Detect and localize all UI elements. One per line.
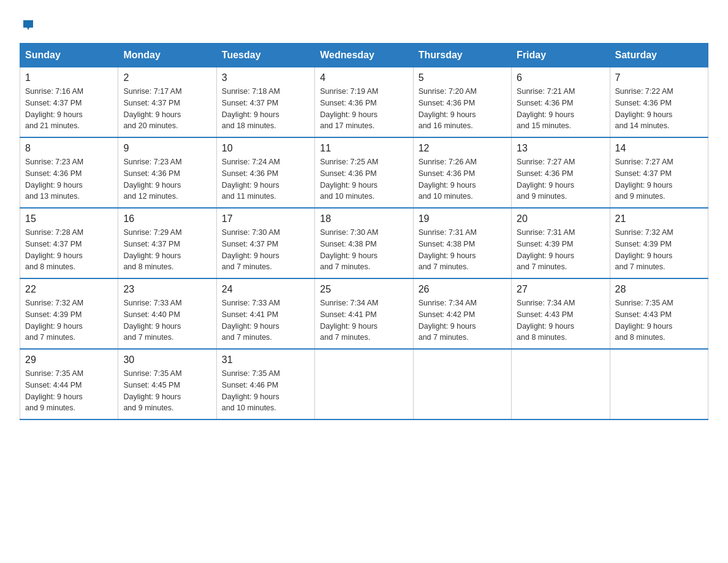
col-friday: Friday	[512, 44, 610, 67]
calendar-cell: 18 Sunrise: 7:30 AM Sunset: 4:38 PM Dayl…	[315, 208, 413, 278]
day-number: 19	[419, 213, 506, 224]
day-number: 11	[320, 143, 408, 154]
day-number: 6	[517, 72, 604, 83]
calendar-cell: 22 Sunrise: 7:32 AM Sunset: 4:39 PM Dayl…	[20, 278, 118, 349]
calendar-cell: 12 Sunrise: 7:26 AM Sunset: 4:36 PM Dayl…	[413, 137, 511, 208]
header-row: Sunday Monday Tuesday Wednesday Thursday…	[20, 44, 708, 67]
day-number: 13	[517, 143, 604, 154]
day-info: Sunrise: 7:22 AM Sunset: 4:36 PM Dayligh…	[615, 86, 703, 132]
day-number: 29	[25, 354, 113, 366]
day-info: Sunrise: 7:16 AM Sunset: 4:37 PM Dayligh…	[25, 86, 113, 132]
calendar-cell: 9 Sunrise: 7:23 AM Sunset: 4:36 PM Dayli…	[118, 137, 216, 208]
calendar-week-row: 22 Sunrise: 7:32 AM Sunset: 4:39 PM Dayl…	[20, 278, 708, 349]
day-info: Sunrise: 7:18 AM Sunset: 4:37 PM Dayligh…	[222, 86, 309, 132]
day-info: Sunrise: 7:34 AM Sunset: 4:43 PM Dayligh…	[517, 297, 604, 343]
day-number: 1	[25, 72, 113, 83]
calendar-cell	[610, 349, 708, 419]
day-info: Sunrise: 7:27 AM Sunset: 4:36 PM Dayligh…	[517, 156, 604, 202]
calendar-cell: 17 Sunrise: 7:30 AM Sunset: 4:37 PM Dayl…	[216, 208, 314, 278]
day-info: Sunrise: 7:23 AM Sunset: 4:36 PM Dayligh…	[25, 156, 113, 202]
day-info: Sunrise: 7:34 AM Sunset: 4:42 PM Dayligh…	[419, 297, 506, 343]
day-number: 10	[222, 143, 309, 154]
calendar-week-row: 15 Sunrise: 7:28 AM Sunset: 4:37 PM Dayl…	[20, 208, 708, 278]
page-header	[20, 15, 708, 33]
day-info: Sunrise: 7:31 AM Sunset: 4:39 PM Dayligh…	[517, 227, 604, 273]
calendar-week-row: 8 Sunrise: 7:23 AM Sunset: 4:36 PM Dayli…	[20, 137, 708, 208]
calendar-cell: 26 Sunrise: 7:34 AM Sunset: 4:42 PM Dayl…	[413, 278, 511, 349]
calendar-cell: 16 Sunrise: 7:29 AM Sunset: 4:37 PM Dayl…	[118, 208, 216, 278]
day-number: 5	[419, 72, 506, 83]
day-info: Sunrise: 7:30 AM Sunset: 4:38 PM Dayligh…	[320, 227, 408, 273]
day-info: Sunrise: 7:28 AM Sunset: 4:37 PM Dayligh…	[25, 227, 113, 273]
svg-marker-0	[23, 20, 33, 30]
day-number: 2	[123, 72, 211, 83]
day-info: Sunrise: 7:31 AM Sunset: 4:38 PM Dayligh…	[419, 227, 506, 273]
col-tuesday: Tuesday	[216, 44, 314, 67]
day-number: 12	[419, 143, 506, 154]
day-number: 16	[123, 213, 211, 224]
calendar-cell: 28 Sunrise: 7:35 AM Sunset: 4:43 PM Dayl…	[610, 278, 708, 349]
day-number: 21	[615, 213, 703, 224]
calendar-cell: 23 Sunrise: 7:33 AM Sunset: 4:40 PM Dayl…	[118, 278, 216, 349]
day-info: Sunrise: 7:35 AM Sunset: 4:46 PM Dayligh…	[222, 368, 309, 414]
calendar-cell: 14 Sunrise: 7:27 AM Sunset: 4:37 PM Dayl…	[610, 137, 708, 208]
day-number: 27	[517, 284, 604, 295]
calendar-week-row: 29 Sunrise: 7:35 AM Sunset: 4:44 PM Dayl…	[20, 349, 708, 419]
day-info: Sunrise: 7:33 AM Sunset: 4:41 PM Dayligh…	[222, 297, 309, 343]
day-number: 20	[517, 213, 604, 224]
day-info: Sunrise: 7:21 AM Sunset: 4:36 PM Dayligh…	[517, 86, 604, 132]
calendar-cell: 21 Sunrise: 7:32 AM Sunset: 4:39 PM Dayl…	[610, 208, 708, 278]
calendar-cell: 20 Sunrise: 7:31 AM Sunset: 4:39 PM Dayl…	[512, 208, 610, 278]
calendar-cell: 3 Sunrise: 7:18 AM Sunset: 4:37 PM Dayli…	[216, 67, 314, 138]
calendar-cell: 15 Sunrise: 7:28 AM Sunset: 4:37 PM Dayl…	[20, 208, 118, 278]
day-number: 15	[25, 213, 113, 224]
day-number: 18	[320, 213, 408, 224]
day-number: 30	[123, 354, 211, 366]
day-info: Sunrise: 7:34 AM Sunset: 4:41 PM Dayligh…	[320, 297, 408, 343]
day-info: Sunrise: 7:35 AM Sunset: 4:43 PM Dayligh…	[615, 297, 703, 343]
calendar-body: 1 Sunrise: 7:16 AM Sunset: 4:37 PM Dayli…	[20, 67, 708, 420]
col-wednesday: Wednesday	[315, 44, 413, 67]
day-info: Sunrise: 7:24 AM Sunset: 4:36 PM Dayligh…	[222, 156, 309, 202]
calendar-cell	[413, 349, 511, 419]
calendar-cell	[315, 349, 413, 419]
day-info: Sunrise: 7:30 AM Sunset: 4:37 PM Dayligh…	[222, 227, 309, 273]
day-number: 14	[615, 143, 703, 154]
logo	[20, 15, 35, 33]
day-info: Sunrise: 7:35 AM Sunset: 4:44 PM Dayligh…	[25, 368, 113, 414]
calendar-cell: 2 Sunrise: 7:17 AM Sunset: 4:37 PM Dayli…	[118, 67, 216, 138]
day-number: 26	[419, 284, 506, 295]
calendar-cell: 31 Sunrise: 7:35 AM Sunset: 4:46 PM Dayl…	[216, 349, 314, 419]
day-number: 28	[615, 284, 703, 295]
day-number: 25	[320, 284, 408, 295]
day-number: 24	[222, 284, 309, 295]
day-number: 31	[222, 354, 309, 366]
calendar-table: Sunday Monday Tuesday Wednesday Thursday…	[20, 43, 708, 420]
calendar-cell: 1 Sunrise: 7:16 AM Sunset: 4:37 PM Dayli…	[20, 67, 118, 138]
day-info: Sunrise: 7:19 AM Sunset: 4:36 PM Dayligh…	[320, 86, 408, 132]
calendar-cell: 5 Sunrise: 7:20 AM Sunset: 4:36 PM Dayli…	[413, 67, 511, 138]
day-number: 7	[615, 72, 703, 83]
calendar-cell: 27 Sunrise: 7:34 AM Sunset: 4:43 PM Dayl…	[512, 278, 610, 349]
col-thursday: Thursday	[413, 44, 511, 67]
day-info: Sunrise: 7:23 AM Sunset: 4:36 PM Dayligh…	[123, 156, 211, 202]
day-info: Sunrise: 7:17 AM Sunset: 4:37 PM Dayligh…	[123, 86, 211, 132]
calendar-cell	[512, 349, 610, 419]
calendar-cell: 13 Sunrise: 7:27 AM Sunset: 4:36 PM Dayl…	[512, 137, 610, 208]
day-info: Sunrise: 7:33 AM Sunset: 4:40 PM Dayligh…	[123, 297, 211, 343]
calendar-cell: 11 Sunrise: 7:25 AM Sunset: 4:36 PM Dayl…	[315, 137, 413, 208]
calendar-cell: 10 Sunrise: 7:24 AM Sunset: 4:36 PM Dayl…	[216, 137, 314, 208]
logo-line1	[20, 15, 35, 36]
calendar-week-row: 1 Sunrise: 7:16 AM Sunset: 4:37 PM Dayli…	[20, 67, 708, 138]
day-info: Sunrise: 7:26 AM Sunset: 4:36 PM Dayligh…	[419, 156, 506, 202]
calendar-cell: 4 Sunrise: 7:19 AM Sunset: 4:36 PM Dayli…	[315, 67, 413, 138]
day-number: 8	[25, 143, 113, 154]
day-info: Sunrise: 7:27 AM Sunset: 4:37 PM Dayligh…	[615, 156, 703, 202]
col-sunday: Sunday	[20, 44, 118, 67]
calendar-cell: 8 Sunrise: 7:23 AM Sunset: 4:36 PM Dayli…	[20, 137, 118, 208]
day-number: 4	[320, 72, 408, 83]
calendar-cell: 29 Sunrise: 7:35 AM Sunset: 4:44 PM Dayl…	[20, 349, 118, 419]
calendar-cell: 30 Sunrise: 7:35 AM Sunset: 4:45 PM Dayl…	[118, 349, 216, 419]
day-number: 17	[222, 213, 309, 224]
day-info: Sunrise: 7:32 AM Sunset: 4:39 PM Dayligh…	[615, 227, 703, 273]
